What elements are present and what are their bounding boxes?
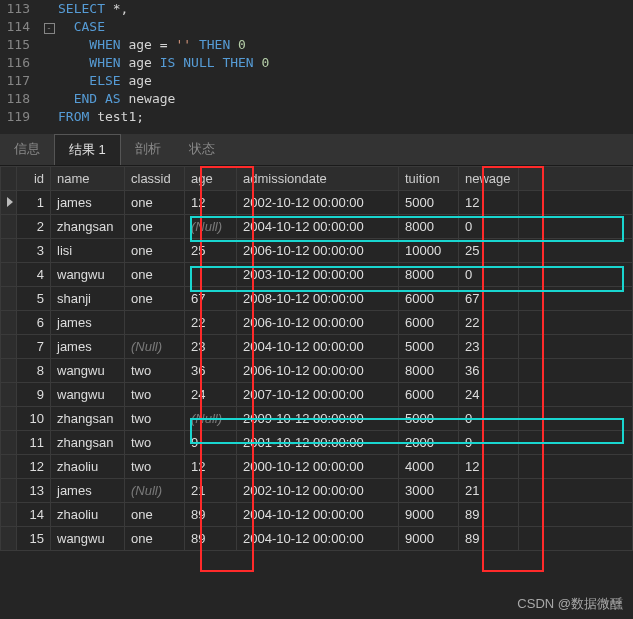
cell-age[interactable]: 12 [185,191,237,215]
row-gutter[interactable] [1,359,17,383]
cell-tuition[interactable]: 3000 [399,479,459,503]
cell-classid[interactable]: one [125,239,185,263]
row-gutter[interactable] [1,383,17,407]
cell-tuition[interactable]: 8000 [399,263,459,287]
cell-id[interactable]: 1 [17,191,51,215]
cell-newage[interactable]: 12 [459,455,519,479]
code-line[interactable]: 119FROM test1; [0,108,633,126]
row-gutter[interactable] [1,215,17,239]
cell-age[interactable]: 24 [185,383,237,407]
cell-age[interactable]: 36 [185,359,237,383]
tab-info[interactable]: 信息 [0,134,54,165]
cell-admissiondate[interactable]: 2007-10-12 00:00:00 [237,383,399,407]
cell-id[interactable]: 14 [17,503,51,527]
table-row[interactable]: 7james(Null)232004-10-12 00:00:00500023 [1,335,633,359]
table-row[interactable]: 13james(Null)212002-10-12 00:00:00300021 [1,479,633,503]
cell-admissiondate[interactable]: 2008-10-12 00:00:00 [237,287,399,311]
cell-tuition[interactable]: 5000 [399,335,459,359]
cell-id[interactable]: 11 [17,431,51,455]
code-line[interactable]: 116 WHEN age IS NULL THEN 0 [0,54,633,72]
cell-tuition[interactable]: 6000 [399,311,459,335]
row-gutter[interactable] [1,407,17,431]
cell-tuition[interactable]: 9000 [399,527,459,551]
cell-admissiondate[interactable]: 2001-10-12 00:00:00 [237,431,399,455]
cell-name[interactable]: james [51,479,125,503]
table-row[interactable]: 15wangwuone892004-10-12 00:00:00900089 [1,527,633,551]
code-text[interactable]: ELSE age [58,72,152,90]
cell-id[interactable]: 3 [17,239,51,263]
cell-age[interactable]: 12 [185,455,237,479]
code-text[interactable]: END AS newage [58,90,175,108]
code-line[interactable]: 113SELECT *, [0,0,633,18]
cell-tuition[interactable]: 9000 [399,503,459,527]
cell-age[interactable]: 23 [185,335,237,359]
cell-admissiondate[interactable]: 2002-10-12 00:00:00 [237,191,399,215]
cell-name[interactable]: zhangsan [51,407,125,431]
cell-id[interactable]: 12 [17,455,51,479]
cell-tuition[interactable]: 5000 [399,191,459,215]
cell-tuition[interactable]: 8000 [399,359,459,383]
cell-classid[interactable]: (Null) [125,335,185,359]
cell-admissiondate[interactable]: 2006-10-12 00:00:00 [237,239,399,263]
col-header-name[interactable]: name [51,167,125,191]
row-gutter[interactable] [1,527,17,551]
cell-newage[interactable]: 0 [459,263,519,287]
cell-classid[interactable]: one [125,191,185,215]
cell-tuition[interactable]: 5000 [399,407,459,431]
cell-age[interactable]: 22 [185,311,237,335]
cell-age[interactable]: 89 [185,527,237,551]
cell-classid[interactable]: two [125,359,185,383]
cell-newage[interactable]: 89 [459,503,519,527]
cell-age[interactable]: 9 [185,431,237,455]
table-row[interactable]: 6james222006-10-12 00:00:00600022 [1,311,633,335]
cell-newage[interactable]: 24 [459,383,519,407]
cell-classid[interactable]: one [125,287,185,311]
table-row[interactable]: 3lisione252006-10-12 00:00:001000025 [1,239,633,263]
cell-admissiondate[interactable]: 2000-10-12 00:00:00 [237,455,399,479]
fold-gutter[interactable] [40,72,58,90]
cell-name[interactable]: wangwu [51,359,125,383]
cell-tuition[interactable]: 4000 [399,455,459,479]
fold-gutter[interactable] [40,108,58,126]
row-gutter[interactable] [1,431,17,455]
code-line[interactable]: 118 END AS newage [0,90,633,108]
sql-editor[interactable]: 113SELECT *,114- CASE115 WHEN age = '' T… [0,0,633,126]
fold-gutter[interactable]: - [40,18,58,36]
col-header-id[interactable]: id [17,167,51,191]
tab-profile[interactable]: 剖析 [121,134,175,165]
row-gutter[interactable] [1,479,17,503]
cell-age[interactable]: 67 [185,287,237,311]
cell-name[interactable]: zhangsan [51,215,125,239]
fold-gutter[interactable] [40,36,58,54]
cell-name[interactable]: zhaoliu [51,455,125,479]
code-line[interactable]: 117 ELSE age [0,72,633,90]
code-text[interactable]: FROM test1; [58,108,144,126]
row-gutter[interactable] [1,239,17,263]
cell-name[interactable]: wangwu [51,527,125,551]
cell-id[interactable]: 13 [17,479,51,503]
cell-name[interactable]: wangwu [51,383,125,407]
tab-result[interactable]: 结果 1 [54,134,121,165]
cell-classid[interactable]: two [125,431,185,455]
table-row[interactable]: 2zhangsanone(Null)2004-10-12 00:00:00800… [1,215,633,239]
cell-age[interactable]: (Null) [185,215,237,239]
cell-admissiondate[interactable]: 2004-10-12 00:00:00 [237,215,399,239]
cell-admissiondate[interactable]: 2004-10-12 00:00:00 [237,335,399,359]
cell-id[interactable]: 5 [17,287,51,311]
cell-id[interactable]: 9 [17,383,51,407]
code-line[interactable]: 114- CASE [0,18,633,36]
cell-newage[interactable]: 21 [459,479,519,503]
cell-id[interactable]: 10 [17,407,51,431]
cell-id[interactable]: 15 [17,527,51,551]
code-text[interactable]: WHEN age IS NULL THEN 0 [58,54,269,72]
cell-name[interactable]: lisi [51,239,125,263]
cell-id[interactable]: 8 [17,359,51,383]
cell-age[interactable] [185,263,237,287]
table-row[interactable]: 11zhangsantwo92001-10-12 00:00:0020009 [1,431,633,455]
cell-name[interactable]: zhaoliu [51,503,125,527]
cell-name[interactable]: james [51,335,125,359]
cell-admissiondate[interactable]: 2009-10-12 00:00:00 [237,407,399,431]
cell-tuition[interactable]: 8000 [399,215,459,239]
cell-name[interactable]: zhangsan [51,431,125,455]
cell-admissiondate[interactable]: 2006-10-12 00:00:00 [237,359,399,383]
